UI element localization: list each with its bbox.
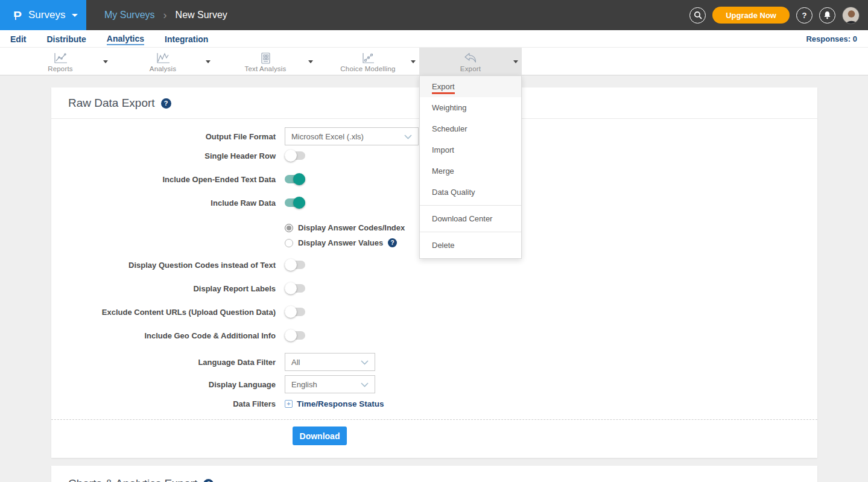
display-answer-values-label: Display Answer Values [298,238,383,247]
display-language-label: Display Language [51,380,276,389]
toolbar-analysis[interactable]: Analysis [112,48,214,75]
breadcrumb-new-survey: New Survey [176,10,227,21]
charts-analytics-export-header: Charts & Analytics Export ? [51,466,817,482]
breadcrumb: My Surveys › New Survey [104,9,227,22]
plus-square-icon: + [285,400,293,408]
toolbar-text-analysis[interactable]: Text Analysis [214,48,317,75]
output-file-format-select[interactable]: Microsoft Excel (.xls) [285,127,419,145]
include-open-ended-toggle[interactable] [285,175,305,183]
display-answer-values-option[interactable]: Display Answer Values ? [285,235,817,250]
menu-item-weighting-label: Weighting [432,103,467,112]
raw-data-export-title: Raw Data Export [68,97,155,110]
time-response-status-link[interactable]: Time/Response Status [297,399,384,408]
toolbar-reports-label: Reports [48,65,73,72]
questionpro-logo-icon: P [13,9,22,22]
display-language-value: English [291,380,317,389]
responses-count: Responses: 0 [806,34,868,43]
tab-distribute[interactable]: Distribute [46,33,86,44]
geo-code-label: Include Geo Code & Additional Info [51,331,276,340]
menu-item-merge[interactable]: Merge [420,160,521,182]
toolbar-choice-modelling[interactable]: Choice Modelling [317,48,419,75]
data-filters-label: Data Filters [51,399,276,408]
toolbar-reports[interactable]: Reports [9,48,112,75]
exclude-content-urls-toggle[interactable] [285,308,305,316]
report-labels-label: Display Report Labels [51,284,276,293]
geo-code-row: Include Geo Code & Additional Info [51,329,817,341]
single-header-row-label: Single Header Row [51,151,276,160]
help-button[interactable]: ? [796,7,813,24]
output-file-format-value: Microsoft Excel (.xls) [291,132,364,141]
download-button[interactable]: Download [293,427,347,445]
display-answer-codes-label: Display Answer Codes/Index [298,223,405,232]
answer-values-help-icon[interactable]: ? [388,238,397,247]
menu-divider [420,205,521,206]
menu-item-delete[interactable]: Delete [420,235,521,256]
question-mark-icon: ? [802,11,807,20]
text-analysis-dropdown-caret[interactable] [308,60,313,63]
breadcrumb-my-surveys[interactable]: My Surveys [104,10,155,21]
top-bar: P Surveys My Surveys › New Survey Upgrad… [0,0,868,30]
reports-chart-icon [52,51,69,65]
charts-analytics-export-help-icon[interactable]: ? [203,479,214,482]
toolbar-analysis-label: Analysis [150,65,176,72]
charts-analytics-export-title: Charts & Analytics Export [68,477,197,482]
geo-code-toggle[interactable] [285,331,305,340]
tab-integration[interactable]: Integration [165,33,208,44]
menu-item-delete-label: Delete [432,241,455,250]
single-header-row-toggle[interactable] [285,151,305,160]
search-icon [694,11,702,19]
question-codes-toggle[interactable] [285,261,305,269]
menu-item-export-label: Export [432,82,455,94]
output-file-format-label: Output File Format [51,132,276,141]
question-codes-label: Display Question Codes instead of Text [51,261,276,270]
surveys-app-switcher[interactable]: P Surveys [0,0,86,30]
analysis-dropdown-caret[interactable] [206,60,211,63]
display-language-select[interactable]: English [285,375,375,393]
answer-display-radio-group: Display Answer Codes/Index Display Answe… [285,220,817,250]
menu-item-data-quality-label: Data Quality [432,188,475,197]
language-data-filter-value: All [291,358,300,367]
tab-edit[interactable]: Edit [10,33,26,44]
menu-item-export[interactable]: Export [420,76,521,97]
report-labels-toggle[interactable] [285,284,305,293]
breadcrumb-separator-icon: › [163,9,167,22]
reports-dropdown-caret[interactable] [103,60,108,63]
search-button[interactable] [689,7,706,24]
radio-selected-icon[interactable] [285,224,293,232]
choice-modelling-dropdown-caret[interactable] [411,60,416,63]
report-labels-row: Display Report Labels [51,282,817,294]
notifications-button[interactable] [819,7,835,24]
data-filters-row: Data Filters + Time/Response Status [51,398,817,410]
menu-item-download-center[interactable]: Download Center [420,208,521,229]
menu-item-import[interactable]: Import [420,139,521,160]
display-answer-codes-option[interactable]: Display Answer Codes/Index [285,220,817,235]
language-data-filter-label: Language Data Filter [51,358,276,367]
toolbar-choice-modelling-label: Choice Modelling [340,65,395,72]
choice-modelling-chart-icon [360,51,376,65]
menu-item-import-label: Import [432,145,454,154]
menu-item-scheduler[interactable]: Scheduler [420,118,521,139]
chevron-down-icon [361,358,369,367]
tab-analytics[interactable]: Analytics [107,33,144,45]
language-data-filter-select[interactable]: All [285,353,375,371]
analytics-toolbar: Reports Analysis Text Analysis Choice Mo… [0,48,868,75]
download-row: Download [51,420,817,458]
logo-label: Surveys [28,9,65,21]
text-analysis-document-icon [259,51,272,65]
bell-icon [823,11,831,19]
chevron-down-icon [404,132,412,141]
export-dropdown-menu: Export Weighting Scheduler Import Merge … [419,75,522,259]
raw-data-export-help-icon[interactable]: ? [161,98,171,109]
toolbar-export[interactable]: Export [419,48,522,75]
menu-item-data-quality[interactable]: Data Quality [420,182,521,203]
include-raw-data-label: Include Raw Data [51,198,276,208]
charts-analytics-export-card: Charts & Analytics Export ? [51,466,817,482]
include-open-ended-label: Include Open-Ended Text Data [51,175,276,184]
export-dropdown-caret[interactable] [513,60,518,63]
upgrade-now-button[interactable]: Upgrade Now [712,7,790,24]
menu-item-weighting[interactable]: Weighting [420,97,521,118]
user-avatar[interactable] [842,7,860,24]
include-raw-data-toggle[interactable] [285,198,305,207]
radio-unselected-icon[interactable] [285,239,293,247]
exclude-content-urls-row: Exclude Content URLs (Upload Question Da… [51,306,817,318]
